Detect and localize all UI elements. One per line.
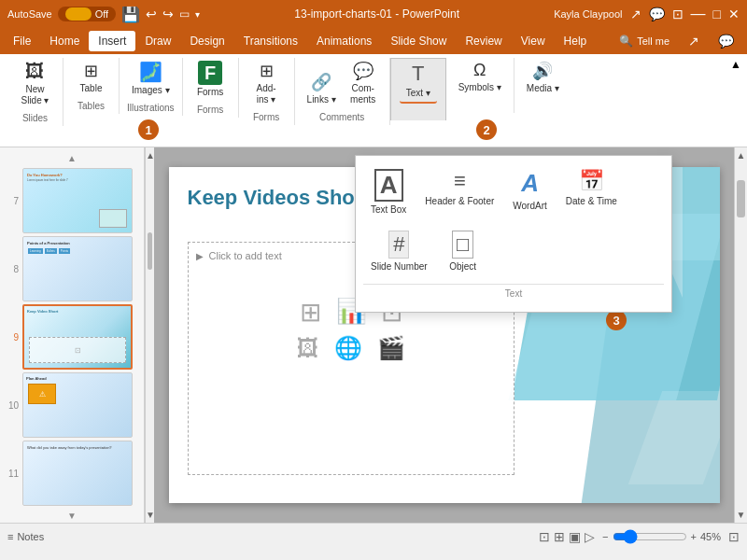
canvas-scroll-up[interactable]: ▲ [735,147,747,163]
ribbon-group-tables: ⊞ Table Tables [63,58,120,114]
table-content-icon[interactable]: ⊞ [300,297,321,328]
redo-icon[interactable]: ↪ [162,7,174,21]
autosave-toggle[interactable] [65,7,92,21]
wordart-btn[interactable]: A WordArt [505,163,555,221]
title-bar: AutoSave Off 💾 ↩ ↪ ▭ ▾ 13-import-charts-… [0,0,747,28]
zoom-slider[interactable] [613,529,687,544]
images-icon: 🗾 [139,61,162,83]
online-picture-icon[interactable]: 🌐 [334,335,362,361]
ribbon-group-slides: 🖼 NewSlide ▾ Slides [7,58,63,126]
menu-help[interactable]: Help [555,31,597,51]
slide-image-8: Points of a Presentation Learning Bullet… [22,236,133,301]
picture-content-icon[interactable]: 🖼 [297,335,319,361]
tile-icon[interactable]: ⊡ [672,7,684,21]
slide-thumb-9[interactable]: 9 Keep Video Short ⊡ [6,304,138,370]
text-btn[interactable]: T Text ▾ [400,59,437,104]
slide-sorter-icon[interactable]: ⊞ [554,529,565,544]
share-icon[interactable]: ↗ [630,7,641,21]
menu-slideshow[interactable]: Slide Show [381,31,456,51]
menu-design[interactable]: Design [180,31,233,51]
slide-image-10: Plan Ahead ⚠ [22,372,133,438]
ribbon-collapse-btn[interactable]: ▲ [730,58,741,71]
textbox-btn[interactable]: A Text Box [363,163,414,221]
autosave-badge[interactable]: Off [58,7,116,21]
slide-image-7: Do You Homework? Lorem ipsum text here f… [22,168,133,233]
slide-number-btn[interactable]: # Slide Number [363,225,435,278]
comments-btn[interactable]: 💬 [709,30,743,52]
menu-home[interactable]: Home [40,31,89,51]
view-icons: ⊡ ⊞ ▣ ▷ [539,529,595,544]
date-time-icon: 📅 [579,169,604,193]
comments-icon[interactable]: 💬 [649,7,665,21]
fit-slide-icon[interactable]: ⊡ [728,529,740,544]
scroll-down-btn[interactable]: ▼ [146,507,154,523]
ribbon-group-forms: F Forms Forms [183,58,239,118]
scroll-up-btn[interactable]: ▲ [146,147,154,163]
table-icon: ⊞ [84,61,98,81]
slide-thumb-8[interactable]: 8 Points of a Presentation Learning Bull… [6,236,138,301]
canvas-scroll-down[interactable]: ▼ [735,507,747,523]
date-time-btn[interactable]: 📅 Date & Time [558,163,625,221]
normal-view-icon[interactable]: ⊡ [539,529,550,544]
slide-thumb-7[interactable]: 7 Do You Homework? Lorem ipsum text here… [6,168,138,233]
search-box[interactable]: 🔍 Tell me [610,31,679,51]
slides-group-label: Slides [22,113,48,126]
video-content-icon[interactable]: 🎬 [377,335,405,361]
zoom-plus-btn[interactable]: + [691,531,697,542]
text-group-label [416,107,419,120]
addins-btn[interactable]: ⊞ Add-ins ▾ [247,58,285,108]
minimize-btn[interactable]: — [691,6,706,22]
menu-review[interactable]: Review [456,31,511,51]
canvas-scroll-thumb[interactable] [737,180,745,217]
close-btn[interactable]: ✕ [728,7,740,21]
new-slide-icon: 🖼 [25,61,44,82]
scroll-thumb[interactable] [148,232,152,270]
media-icon: 🔊 [532,61,553,81]
customize-icon[interactable]: ▭ [179,7,190,21]
addins-icon: ⊞ [260,61,274,81]
menu-animations[interactable]: Animations [307,31,381,51]
titlebar-center: 13-import-charts-01 - PowerPoint [200,7,554,21]
header-footer-btn[interactable]: ≡ Header & Footer [417,163,501,221]
object-icon: □ [452,231,473,259]
scroll-track [146,163,154,507]
maximize-btn[interactable]: □ [713,7,721,21]
text-dropdown-items: A Text Box ≡ Header & Footer A WordArt 📅… [363,163,664,278]
symbols-group-label [478,100,481,113]
menu-insert[interactable]: Insert [89,31,135,51]
slide-panel-scroll-up[interactable]: ▲ [4,151,140,165]
images-btn[interactable]: 🗾 Images ▾ [127,58,175,99]
slideshow-view-icon[interactable]: ▷ [585,529,595,544]
save-icon[interactable]: 💾 [121,6,140,23]
undo-icon[interactable]: ↩ [146,7,157,21]
media-btn[interactable]: 🔊 Media ▾ [522,58,564,97]
menu-view[interactable]: View [512,31,555,51]
slide-thumb-11[interactable]: 11 What did you take away from today's p… [6,441,138,506]
slide-panel[interactable]: ▲ 7 Do You Homework? Lorem ipsum text he… [0,147,145,523]
canvas-scrollbar[interactable]: ▲ ▼ [734,147,747,523]
object-btn[interactable]: □ Object [439,225,487,278]
table-btn[interactable]: ⊞ Table [73,58,110,97]
symbols-btn[interactable]: Ω Symbols ▾ [454,58,506,96]
slide-thumb-10[interactable]: 10 Plan Ahead ⚠ [6,372,138,438]
share-btn[interactable]: ↗ [679,30,709,52]
reading-view-icon[interactable]: ▣ [569,529,581,544]
notes-btn[interactable]: ≡ Notes [7,531,44,542]
menu-file[interactable]: File [4,31,40,51]
forms-btn[interactable]: F Forms [191,58,229,101]
slide-panel-scroll-down[interactable]: ▼ [4,509,140,523]
text-section-label: Text [363,284,664,299]
search-icon: 🔍 [619,35,633,48]
zoom-area: − + 45% [602,529,721,544]
zoom-minus-btn[interactable]: − [602,531,608,542]
menu-draw[interactable]: Draw [135,31,180,51]
links-btn[interactable]: 🔗 Links ▾ [303,69,341,108]
ribbon-group-symbols: Ω Symbols ▾ [446,58,514,113]
text-dropdown-panel: A Text Box ≡ Header & Footer A WordArt 📅… [355,155,672,313]
comment-btn[interactable]: 💬 Com-ments [345,58,382,108]
slide-panel-scrollbar[interactable]: ▲ ▼ [145,147,154,523]
menu-transitions[interactable]: Transitions [234,31,307,51]
new-slide-btn[interactable]: 🖼 NewSlide ▾ [16,58,53,109]
titlebar-right: Kayla Claypool ↗ 💬 ⊡ — □ ✕ [554,6,740,22]
ribbon: 🖼 NewSlide ▾ Slides ⊞ Table Tables 🗾 [0,54,747,147]
